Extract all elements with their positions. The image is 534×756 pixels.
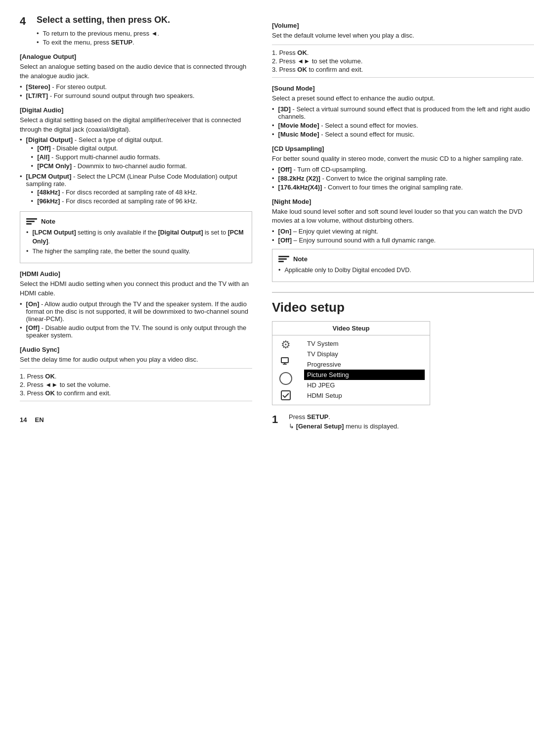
video-menu-list: TV System TV Display Progressive Picture… [304,338,425,401]
check-icon [279,389,292,402]
note-list-2: Applicable only to Dolby Digital encoded… [278,266,528,275]
hdmi-audio-header: [HDMI Audio] [20,270,252,278]
divider-1 [20,368,252,369]
night-mode-body: Make loud sound level softer and soft so… [272,207,534,226]
menu-tv-system[interactable]: TV System [304,338,425,349]
digital-audio-header: [Digital Audio] [20,106,252,114]
video-setup-title: Video setup [272,292,534,315]
menu-tv-display[interactable]: TV Display [304,349,425,359]
step-1-number: 1 [272,413,283,426]
note-1-item-1: [LPCM Output] setting is only available … [26,229,246,246]
analogue-output-header: [Analogue Output] [20,53,252,60]
sound-mode-list: [3D] - Select a virtual surround sound e… [272,105,534,138]
digital-off: [Off] - Disable digital output. [26,144,187,152]
audio-sync-header: [Audio Sync] [20,346,252,353]
sound-3d: [3D] - Select a virtual surround sound e… [272,105,534,120]
menu-progressive[interactable]: Progressive [304,359,425,370]
volume-step-3: 3. Press OK to confirm and exit. [272,66,534,73]
video-setup-box: Video Steup ⚙ [272,321,430,405]
monitor-icon [279,355,292,368]
digital-all: [All] - Support multi-channel audio form… [26,153,187,161]
step-1-content: Press SETUP. ↳ [General Setup] menu is d… [289,413,399,430]
analogue-output-body: Select an analogue setting based on the … [20,62,252,81]
hdmi-on: [On] - Allow audio output through the TV… [20,300,252,323]
note-box-2: Note Applicable only to Dolby Digital en… [272,249,534,282]
note-icon-1 [26,217,37,226]
page-footer: 14 EN [20,416,252,424]
divider-vol-bottom [272,77,534,78]
audio-sync-step-1: 1. Press OK. [20,373,252,380]
volume-header: [Volume] [272,22,534,29]
volume-step-2: 2. Press ◄► to set the volume. [272,57,534,65]
hdmi-audio-list: [On] - Allow audio output through the TV… [20,300,252,339]
divider-vol-top [272,45,534,45]
menu-picture-setting[interactable]: Picture Setting [304,370,425,380]
cd-upsampling-body: For better sound quality in stereo mode,… [272,154,534,164]
night-mode-header: [Night Mode] [272,198,534,205]
step-4: 4 Select a setting, then press OK. [20,15,252,28]
step-1-sub: ↳ [General Setup] menu is displayed. [289,423,399,430]
lpcm-output-item: [LPCM Output] - Select the LPCM (Linear … [20,173,252,206]
hdmi-audio-body: Select the HDMI audio setting when you c… [20,280,252,298]
digital-audio-body: Select a digital setting based on the di… [20,116,252,135]
lpcm-96khz: [96kHz] - For discs recorded at sampling… [26,197,252,205]
menu-hd-jpeg[interactable]: HD JPEG [304,380,425,390]
video-setup-icons: ⚙ [272,335,299,405]
lpcm-48khz: [48kHz] - For discs recorded at sampling… [26,189,252,196]
page-lang: EN [35,416,44,424]
cd-176khz: [176.4kHz(X4)] - Convert to four times t… [272,184,534,191]
sound-mode-body: Select a preset sound effect to enhance … [272,94,534,103]
page-number: 14 [20,416,27,424]
cd-upsampling-list: [Off] - Turn off CD-upsampling. [88.2kHz… [272,166,534,191]
night-off: [Off] – Enjoy surround sound with a full… [272,236,534,244]
night-mode-list: [On] – Enjoy quiet viewing at night. [Of… [272,228,534,244]
left-column: 4 Select a setting, then press OK. To re… [20,15,267,741]
step-1: 1 Press SETUP. ↳ [General Setup] menu is… [272,413,534,430]
volume-body: Set the default volume level when you pl… [272,31,534,41]
divider-2 [20,401,252,401]
video-setup-box-body: ⚙ [272,335,430,405]
sound-movie: [Movie Mode] - Select a sound effect for… [272,122,534,129]
audio-sync-body: Set the delay time for audio output when… [20,355,252,365]
note-1-item-2: The higher the sampling rate, the better… [26,247,246,256]
note-list-1: [LPCM Output] setting is only available … [26,229,246,256]
cd-88khz: [88.2kHz (X2)] - Convert to twice the or… [272,175,534,182]
step-4-bullets: To return to the previous menu, press ◄.… [37,30,252,46]
cd-off: [Off] - Turn off CD-upsampling. [272,166,534,173]
note-2-item-1: Applicable only to Dolby Digital encoded… [278,266,528,275]
note-header-1: Note [26,217,246,226]
video-setup-menu: TV System TV Display Progressive Picture… [299,335,430,405]
note-icon-2 [278,254,289,263]
analogue-ltrt: [LT/RT] - For surround sound output thro… [20,92,252,99]
audio-sync-steps: 1. Press OK. 2. Press ◄► to set the volu… [20,373,252,397]
svg-rect-1 [283,364,287,365]
digital-output-sub: [Off] - Disable digital output. [All] - … [26,144,187,170]
video-setup-box-header: Video Steup [272,322,430,335]
audio-sync-step-3: 3. Press OK to confirm and exit. [20,389,252,397]
lpcm-output-sub: [48kHz] - For discs recorded at sampling… [26,189,252,205]
right-column: [Volume] Set the default volume level wh… [267,15,534,741]
sound-music: [Music Mode] - Select a sound effect for… [272,131,534,138]
analogue-stereo: [Stereo] - For stereo output. [20,83,252,91]
digital-output-item: [Digital Output] - Select a type of digi… [20,136,252,171]
hdmi-off: [Off] - Disable audio output from the TV… [20,324,252,339]
volume-steps: 1. Press OK. 2. Press ◄► to set the volu… [272,49,534,73]
cd-upsampling-header: [CD Upsampling] [272,145,534,152]
svg-rect-3 [281,391,290,400]
volume-step-1: 1. Press OK. [272,49,534,56]
night-on: [On] – Enjoy quiet viewing at night. [272,228,534,235]
menu-hdmi-setup[interactable]: HDMI Setup [304,390,425,401]
digital-audio-list: [Digital Output] - Select a type of digi… [20,136,252,206]
analogue-output-list: [Stereo] - For stereo output. [LT/RT] - … [20,83,252,99]
gear-icon: ⚙ [279,338,292,351]
step-4-text: Select a setting, then press OK. [37,15,170,25]
digital-pcm: [PCM Only] - Downmix to two-channel audi… [26,162,187,170]
sound-mode-header: [Sound Mode] [272,85,534,92]
page: 4 Select a setting, then press OK. To re… [0,0,534,756]
circle-icon [279,372,292,385]
step-4-bullet-1: To return to the previous menu, press ◄. [37,30,252,37]
note-header-2: Note [278,254,528,263]
step-4-bullet-2: To exit the menu, press SETUP. [37,39,252,46]
note-box-1: Note [LPCM Output] setting is only avail… [20,211,252,263]
step-4-number: 4 [20,15,31,28]
